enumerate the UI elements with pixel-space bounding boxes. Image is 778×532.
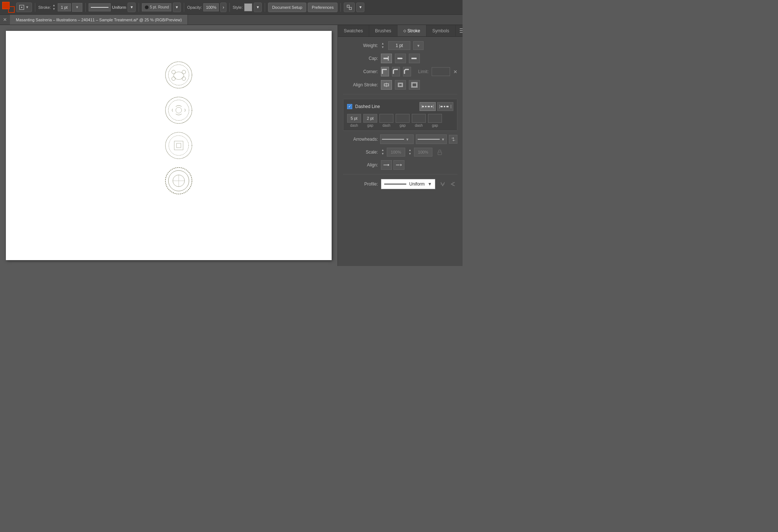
limit-close-button[interactable]: ✕ <box>453 68 457 75</box>
dash-input-4[interactable] <box>396 114 410 123</box>
canvas-area[interactable] <box>0 25 338 266</box>
weight-row: Weight: ▲ ▼ ▼ <box>343 41 457 50</box>
arrange-button[interactable] <box>344 3 355 12</box>
corner-round-icon <box>392 68 400 75</box>
weight-up-arrow[interactable]: ▲ <box>381 42 385 46</box>
dash-input-2[interactable]: 2 pt <box>363 114 377 123</box>
tab-symbols[interactable]: Symbols <box>427 25 456 36</box>
tab-swatches[interactable]: Swatches <box>338 25 369 36</box>
cap-round-button[interactable] <box>395 54 406 63</box>
stroke-up-arrow[interactable]: ▲ <box>52 4 56 7</box>
align-buttons <box>381 160 404 170</box>
document-tab[interactable]: Masanting Sastreria – Illustrations – 24… <box>10 15 188 25</box>
dashed-header: ✓ Dashed Line <box>347 102 453 111</box>
corner-label: Corner: <box>343 69 378 74</box>
arrowhead-end-select[interactable]: ▼ <box>416 134 447 144</box>
scale-start-group: ▲ ▼ 100% <box>381 148 405 157</box>
align-stroke-label: Align Stroke: <box>343 82 378 87</box>
symbols-tab-label: Symbols <box>432 28 449 33</box>
brush-preview[interactable]: 5 pt. Round <box>142 3 171 11</box>
tab-brushes[interactable]: Brushes <box>369 25 397 36</box>
scale-start-down[interactable]: ▼ <box>381 152 385 156</box>
draw-mode-button[interactable]: ▼ <box>16 3 32 12</box>
scale-lock-button[interactable] <box>435 148 444 157</box>
dashed-line-checkbox[interactable]: ✓ <box>347 104 352 109</box>
lock-icon <box>437 149 442 155</box>
corner-miter-button[interactable] <box>381 67 389 76</box>
brush-dropdown-button[interactable]: ▼ <box>173 3 181 12</box>
stroke-style-dropdown[interactable]: ▼ <box>128 3 136 12</box>
svg-point-14 <box>165 132 192 159</box>
tab-stroke[interactable]: ◇ Stroke <box>397 25 427 36</box>
dash-sublabel-4: gap <box>400 123 406 127</box>
artboard <box>6 31 332 260</box>
scale-end-spinner[interactable]: ▲ ▼ <box>408 148 412 156</box>
dash-pattern-buttons <box>420 102 453 111</box>
sep4 <box>184 3 184 12</box>
dash-input-3[interactable] <box>379 114 393 123</box>
weight-down-arrow[interactable]: ▼ <box>381 46 385 49</box>
dash-field-3: dash <box>379 114 393 127</box>
stroke-tab-icon: ◇ <box>403 29 406 33</box>
document-setup-button[interactable]: Document Setup <box>268 3 306 12</box>
scale-end-down[interactable]: ▼ <box>408 152 412 156</box>
dash-pattern-2-button[interactable] <box>437 102 453 111</box>
svg-rect-41 <box>438 152 442 155</box>
arrowhead-start-select[interactable]: ▼ <box>380 134 414 144</box>
align-inside-button[interactable] <box>395 80 406 90</box>
align-inside-icon <box>397 82 404 88</box>
stroke-dropdown[interactable]: ▼ <box>72 3 82 12</box>
stroke-line-preview[interactable] <box>89 3 111 11</box>
opacity-input[interactable] <box>203 3 219 11</box>
preferences-button[interactable]: Preferences <box>308 3 338 12</box>
align-center-icon <box>383 82 390 88</box>
svg-rect-36 <box>440 106 443 107</box>
scale-end-up[interactable]: ▲ <box>408 148 412 152</box>
style-dropdown-button[interactable]: ▼ <box>254 3 262 12</box>
align-center-button[interactable] <box>381 80 392 90</box>
profile-flip-h-button[interactable] <box>438 180 447 188</box>
dash-input-5[interactable] <box>412 114 426 123</box>
dash-input-6[interactable] <box>428 114 442 123</box>
scale-start-up[interactable]: ▲ <box>381 148 385 152</box>
stroke-tab-label: Stroke <box>407 28 420 33</box>
arrange-dropdown-button[interactable]: ▼ <box>356 3 364 12</box>
dash-input-1[interactable]: 5 pt <box>347 114 361 123</box>
limit-input[interactable] <box>432 67 450 76</box>
cap-label: Cap: <box>343 56 378 61</box>
dash-sublabel-2: gap <box>367 123 374 127</box>
weight-dropdown[interactable]: ▼ <box>413 41 424 50</box>
arrowheads-label: Arrowheads: <box>343 137 378 142</box>
stroke-color[interactable] <box>8 6 15 13</box>
align-shrink-button[interactable] <box>393 160 404 170</box>
scale-start-spinner[interactable]: ▲ ▼ <box>381 148 385 156</box>
weight-input[interactable] <box>388 41 410 50</box>
swatches-tab-label: Swatches <box>344 28 363 33</box>
cap-butt-button[interactable] <box>381 54 392 63</box>
corner-round-button[interactable] <box>392 67 400 76</box>
opacity-expand-button[interactable]: › <box>220 3 226 12</box>
stroke-value-input[interactable] <box>58 3 71 11</box>
stroke-spinner[interactable]: ▲ ▼ <box>52 4 56 11</box>
weight-spinner[interactable]: ▲ ▼ <box>381 42 385 49</box>
align-extend-button[interactable] <box>381 160 392 170</box>
align-outside-button[interactable] <box>409 80 420 90</box>
sep6 <box>265 3 265 12</box>
arrowhead-swap-button[interactable] <box>449 135 457 144</box>
fill-stroke-widget[interactable] <box>2 2 15 13</box>
tab-close-button[interactable]: ✕ <box>0 15 10 25</box>
style-color-box[interactable] <box>244 3 252 11</box>
profile-flip-v-button[interactable] <box>449 180 457 188</box>
scale-row: Scale: ▲ ▼ 100% ▲ ▼ 100% <box>343 148 457 157</box>
profile-select[interactable]: Uniform ▼ <box>381 179 435 189</box>
panel-menu-button[interactable]: ☰ <box>456 25 463 36</box>
dash-pattern-1-button[interactable] <box>420 102 436 111</box>
svg-rect-31 <box>425 106 427 107</box>
scale-end-input[interactable]: 100% <box>414 148 432 157</box>
cap-projecting-button[interactable] <box>409 54 420 63</box>
scale-start-input[interactable]: 100% <box>387 148 405 157</box>
svg-point-12 <box>168 100 189 121</box>
corner-miter-icon <box>381 68 389 75</box>
corner-bevel-button[interactable] <box>403 67 411 76</box>
stroke-down-arrow[interactable]: ▼ <box>52 7 56 11</box>
